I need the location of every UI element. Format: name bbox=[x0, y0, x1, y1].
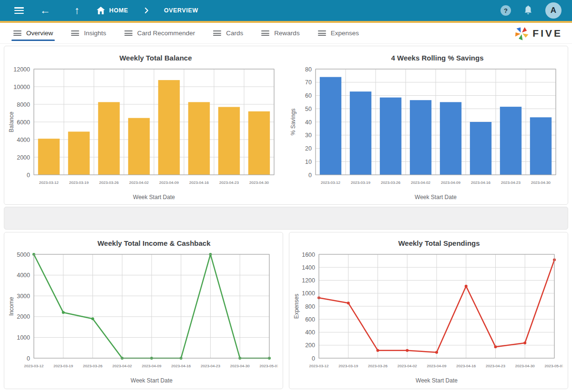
tab-bar: Overview Insights Card Recommender Cards… bbox=[0, 23, 572, 44]
svg-text:0: 0 bbox=[312, 355, 315, 362]
svg-text:2023-04-16: 2023-04-16 bbox=[471, 181, 490, 185]
svg-text:Week Start Date: Week Start Date bbox=[415, 194, 457, 201]
svg-text:2023-04-16: 2023-04-16 bbox=[189, 181, 209, 185]
svg-text:2023-04-23: 2023-04-23 bbox=[201, 364, 220, 368]
svg-text:12000: 12000 bbox=[13, 66, 30, 73]
svg-text:2023-03-26: 2023-03-26 bbox=[368, 364, 388, 368]
up-icon[interactable]: ↑ bbox=[74, 5, 80, 16]
breadcrumb-home[interactable]: HOME bbox=[109, 7, 128, 14]
svg-text:2023-04-16: 2023-04-16 bbox=[171, 364, 191, 368]
svg-text:Week Start Date: Week Start Date bbox=[133, 194, 175, 201]
tab-label: Cards bbox=[226, 30, 243, 37]
menu-icon[interactable] bbox=[14, 7, 24, 14]
svg-text:1200: 1200 bbox=[302, 277, 315, 284]
dashboard-content: Weekly Total Balance 0200040006000800010… bbox=[0, 44, 572, 389]
tab-expenses[interactable]: Expenses bbox=[318, 23, 359, 43]
svg-text:10: 10 bbox=[305, 159, 312, 165]
svg-text:2000: 2000 bbox=[17, 313, 30, 320]
svg-text:2023-03-19: 2023-03-19 bbox=[351, 181, 370, 185]
help-icon[interactable]: ? bbox=[500, 5, 511, 16]
tab-list-icon bbox=[71, 30, 79, 36]
svg-text:6000: 6000 bbox=[17, 119, 30, 126]
savings-bar-chart: 010203040506070802023-03-122023-03-19202… bbox=[286, 65, 564, 202]
home-icon[interactable] bbox=[97, 7, 105, 14]
svg-text:2023-03-26: 2023-03-26 bbox=[381, 181, 400, 185]
top-charts-card: Weekly Total Balance 0200040006000800010… bbox=[4, 46, 568, 205]
svg-text:2023-04-23: 2023-04-23 bbox=[219, 181, 239, 185]
tab-list-icon bbox=[124, 30, 133, 36]
tab-label: Expenses bbox=[331, 30, 359, 37]
svg-text:4000: 4000 bbox=[17, 137, 30, 143]
chart-weekly-income-cashback-card: Weekly Total Income & Cashback 010002000… bbox=[4, 232, 283, 389]
breadcrumb-current: OVERVIEW bbox=[164, 7, 198, 14]
svg-text:0: 0 bbox=[308, 172, 312, 179]
svg-text:2023-04-09: 2023-04-09 bbox=[159, 181, 179, 185]
back-icon[interactable]: ← bbox=[40, 5, 51, 16]
chart-rolling-percent-savings: 4 Weeks Rolling % Savings 01020304050607… bbox=[286, 46, 568, 204]
tab-rewards[interactable]: Rewards bbox=[261, 23, 299, 43]
svg-text:1400: 1400 bbox=[302, 264, 315, 271]
svg-text:2023-03-19: 2023-03-19 bbox=[53, 364, 73, 368]
empty-filter-panel bbox=[4, 207, 568, 230]
svg-text:2023-04-09: 2023-04-09 bbox=[441, 181, 460, 185]
svg-text:2023-03-12: 2023-03-12 bbox=[24, 364, 44, 368]
pinwheel-logo-icon bbox=[514, 26, 529, 40]
bottom-charts-row: Weekly Total Income & Cashback 010002000… bbox=[4, 232, 568, 389]
svg-text:50: 50 bbox=[305, 106, 312, 112]
tab-label: Rewards bbox=[274, 30, 299, 37]
svg-text:2023-03-26: 2023-03-26 bbox=[83, 364, 102, 368]
spendings-line-chart: 020040060080010001200140016002023-03-122… bbox=[289, 251, 563, 386]
svg-text:60: 60 bbox=[305, 92, 312, 99]
svg-text:600: 600 bbox=[305, 316, 315, 323]
svg-text:40: 40 bbox=[305, 119, 312, 126]
svg-text:2023-04-02: 2023-04-02 bbox=[112, 364, 132, 368]
svg-text:200: 200 bbox=[305, 342, 315, 349]
notifications-bell-icon[interactable] bbox=[523, 5, 533, 16]
brand-name: FIVE bbox=[532, 28, 562, 39]
svg-text:10000: 10000 bbox=[13, 84, 30, 90]
brand-logo: FIVE bbox=[514, 26, 562, 40]
chart-title: Weekly Total Balance bbox=[25, 51, 286, 65]
svg-text:2023-04-02: 2023-04-02 bbox=[411, 181, 430, 185]
svg-text:1000: 1000 bbox=[17, 334, 30, 341]
svg-text:2023-05-07: 2023-05-07 bbox=[545, 364, 563, 368]
tab-card-recommender[interactable]: Card Recommender bbox=[124, 23, 195, 43]
svg-text:% Savings: % Savings bbox=[290, 109, 296, 136]
avatar[interactable]: A bbox=[545, 2, 562, 19]
tab-list-icon bbox=[213, 30, 221, 36]
tab-overview[interactable]: Overview bbox=[13, 23, 53, 43]
svg-text:2023-04-30: 2023-04-30 bbox=[230, 364, 250, 368]
svg-text:2023-03-19: 2023-03-19 bbox=[338, 364, 358, 368]
svg-text:20: 20 bbox=[305, 145, 312, 152]
svg-text:400: 400 bbox=[305, 329, 315, 336]
svg-text:800: 800 bbox=[305, 303, 315, 310]
svg-text:Income: Income bbox=[8, 297, 15, 316]
svg-text:Week Start Date: Week Start Date bbox=[416, 377, 458, 384]
chart-title: Weekly Total Income & Cashback bbox=[25, 236, 283, 251]
tab-label: Insights bbox=[84, 30, 106, 37]
svg-text:Expenses: Expenses bbox=[293, 294, 300, 319]
svg-text:Week Start Date: Week Start Date bbox=[131, 377, 173, 384]
svg-text:2023-03-26: 2023-03-26 bbox=[99, 181, 119, 185]
tab-label: Card Recommender bbox=[137, 30, 195, 37]
chart-title: Weekly Total Spendings bbox=[310, 236, 568, 251]
svg-text:2000: 2000 bbox=[17, 154, 30, 161]
tab-insights[interactable]: Insights bbox=[71, 23, 106, 43]
tab-label: Overview bbox=[26, 30, 53, 37]
tab-cards[interactable]: Cards bbox=[213, 23, 243, 43]
svg-text:2023-03-19: 2023-03-19 bbox=[69, 181, 89, 185]
svg-text:1600: 1600 bbox=[302, 251, 315, 258]
top-app-bar: ← ↑ HOME OVERVIEW ? A bbox=[0, 0, 572, 21]
svg-text:0: 0 bbox=[27, 355, 30, 362]
svg-text:2023-04-30: 2023-04-30 bbox=[249, 181, 269, 185]
svg-text:80: 80 bbox=[305, 66, 312, 73]
hamburger-icon bbox=[14, 7, 24, 14]
svg-text:2023-04-23: 2023-04-23 bbox=[486, 364, 505, 368]
svg-text:8000: 8000 bbox=[17, 101, 30, 108]
svg-text:2023-03-12: 2023-03-12 bbox=[39, 181, 59, 185]
svg-text:2023-04-30: 2023-04-30 bbox=[531, 181, 551, 185]
tab-list-icon bbox=[318, 30, 326, 36]
svg-text:2023-04-16: 2023-04-16 bbox=[456, 364, 476, 368]
svg-text:70: 70 bbox=[305, 79, 312, 86]
svg-text:1000: 1000 bbox=[302, 290, 315, 297]
